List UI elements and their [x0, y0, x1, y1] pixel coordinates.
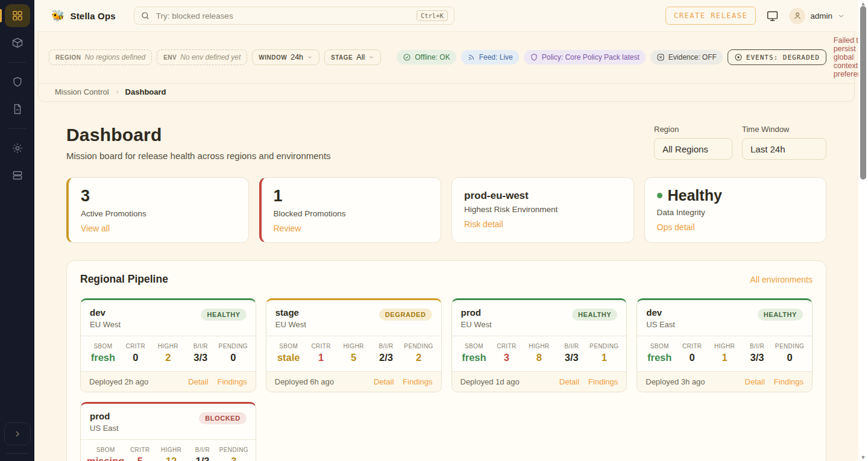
- metric-label: CRITR: [119, 343, 152, 350]
- shield-icon: [11, 76, 24, 88]
- keyboard-shortcut-badge: Ctrl+K: [417, 10, 448, 21]
- main-area: 🐝 Stella Ops Ctrl+K CREATE RELEASE admin…: [34, 0, 858, 461]
- circle-x-icon: [656, 53, 665, 61]
- status-badge: HEALTHY: [572, 309, 617, 321]
- search-input[interactable]: [156, 11, 410, 20]
- pipeline-card-dev-us-east: dev US East HEALTHY SBOMfresh CRITR0 HIG…: [637, 298, 813, 392]
- user-menu[interactable]: admin: [789, 8, 845, 24]
- findings-link[interactable]: Findings: [403, 377, 432, 386]
- sidebar-item-releases[interactable]: [5, 31, 30, 54]
- stat-value: Healthy: [657, 187, 814, 204]
- stat-card-active-promotions: 3 Active Promotions View all: [66, 177, 249, 243]
- metric-critr: 5: [124, 456, 156, 461]
- scroll-down-arrow[interactable]: ▼: [858, 454, 868, 460]
- stage-dropdown[interactable]: STAGE All: [324, 49, 381, 65]
- stat-value: 1: [274, 187, 429, 205]
- sidebar-item-infrastructure[interactable]: [5, 164, 30, 187]
- pipeline-card-dev-eu-west: dev EU West HEALTHY SBOMfresh CRITR0 HIG…: [80, 298, 256, 392]
- page-heading: Dashboard Mission board for release heal…: [66, 125, 331, 161]
- time-window-select[interactable]: Last 24h: [742, 138, 826, 160]
- metric-label: HIGHR: [338, 343, 370, 350]
- metric-label: CRITR: [305, 343, 338, 350]
- stat-card-data-integrity: Healthy Data Integrity Ops detail: [644, 177, 827, 243]
- check-circle-icon: [403, 53, 411, 61]
- events-status-text: EVENTS: DEGRADED: [746, 54, 820, 61]
- vertical-scrollbar[interactable]: ▲ ▼: [858, 0, 868, 461]
- metric-critr: 0: [676, 352, 708, 363]
- sidebar-item-settings[interactable]: [5, 137, 30, 160]
- env-name: stage: [275, 307, 306, 318]
- region-context-chip[interactable]: REGION No regions defined: [49, 49, 152, 65]
- sidebar-item-documents[interactable]: [5, 98, 30, 121]
- detail-link[interactable]: Detail: [745, 377, 765, 386]
- ops-detail-link[interactable]: Ops detail: [657, 222, 695, 232]
- metric-label: PENDING: [217, 343, 250, 350]
- stat-label: Highest Risk Environment: [464, 205, 621, 214]
- findings-link[interactable]: Findings: [588, 377, 618, 386]
- window-dropdown[interactable]: WINDOW 24h: [252, 49, 319, 65]
- subheader-frame: REGION No regions defined ENV No env def…: [38, 31, 855, 102]
- region-select[interactable]: All Regions: [654, 138, 732, 160]
- metric-pending: 0: [217, 352, 250, 363]
- metric-label: B/I/R: [555, 343, 588, 350]
- scrollbar-thumb[interactable]: [860, 6, 866, 180]
- detail-link[interactable]: Detail: [559, 377, 579, 386]
- monitor-icon[interactable]: [766, 10, 779, 22]
- stat-value-text: Healthy: [668, 187, 722, 204]
- chevron-down-icon: [307, 54, 313, 60]
- metric-sbom: fresh: [643, 352, 676, 363]
- metric-label: HIGHR: [523, 343, 555, 350]
- metric-label: SBOM: [87, 343, 119, 350]
- offline-status-text: Offline: OK: [415, 53, 450, 61]
- metric-label: PENDING: [588, 343, 620, 350]
- metric-bir: 2/3: [370, 352, 403, 363]
- review-link[interactable]: Review: [274, 224, 301, 233]
- context-bar: REGION No regions defined ENV No env def…: [39, 32, 854, 84]
- evidence-status-pill[interactable]: Evidence: OFF: [650, 50, 723, 64]
- all-environments-link[interactable]: All environments: [750, 275, 813, 284]
- content-area: Dashboard Mission board for release heal…: [34, 102, 858, 461]
- metric-label: CRITR: [124, 447, 156, 453]
- policy-status-pill[interactable]: Policy: Core Policy Pack latest: [524, 50, 646, 64]
- env-context-chip[interactable]: ENV No env defined yet: [157, 49, 247, 65]
- stat-label: Data Integrity: [657, 208, 814, 217]
- active-indicator: [0, 9, 2, 22]
- detail-link[interactable]: Detail: [374, 377, 394, 386]
- sidebar-divider: [8, 128, 27, 129]
- feed-status-text: Feed: Live: [479, 53, 513, 61]
- app-brand[interactable]: 🐝 Stella Ops: [51, 10, 116, 21]
- stat-value: 3: [81, 187, 236, 205]
- findings-link[interactable]: Findings: [774, 377, 804, 386]
- view-all-link[interactable]: View all: [81, 224, 110, 233]
- document-icon: [11, 103, 24, 115]
- metric-label: SBOM: [643, 343, 676, 350]
- regional-pipeline-panel: Regional Pipeline All environments dev E…: [66, 260, 826, 461]
- chevron-right-icon: [13, 429, 22, 439]
- metric-pending: 2: [403, 352, 435, 363]
- metric-critr: 0: [119, 352, 152, 363]
- metric-label: CRITR: [490, 343, 523, 350]
- sidebar-expand-button[interactable]: [4, 422, 31, 445]
- global-search[interactable]: Ctrl+K: [134, 7, 454, 25]
- env-name: dev: [646, 307, 675, 318]
- metric-label: SBOM: [87, 447, 124, 453]
- offline-status-pill[interactable]: Offline: OK: [397, 50, 456, 64]
- metric-label: SBOM: [458, 343, 491, 350]
- metric-pending: 3: [218, 456, 250, 461]
- create-release-button[interactable]: CREATE RELEASE: [665, 7, 756, 25]
- metric-sbom: missing: [87, 456, 124, 461]
- detail-link[interactable]: Detail: [188, 377, 208, 386]
- sidebar-item-security[interactable]: [5, 71, 30, 93]
- feed-status-pill[interactable]: Feed: Live: [461, 50, 519, 64]
- breadcrumb-mission-control[interactable]: Mission Control: [55, 87, 109, 96]
- env-region: EU West: [90, 320, 121, 329]
- env-region: US East: [90, 424, 119, 433]
- sidebar-item-dashboard[interactable]: [5, 4, 30, 27]
- env-name: prod: [90, 411, 119, 421]
- findings-link[interactable]: Findings: [218, 377, 247, 386]
- events-status-pill[interactable]: EVENTS: DEGRADED: [728, 49, 826, 65]
- metric-label: PENDING: [218, 447, 250, 453]
- status-badge: HEALTHY: [758, 309, 803, 321]
- risk-detail-link[interactable]: Risk detail: [464, 219, 503, 229]
- page-title: Dashboard: [66, 125, 331, 145]
